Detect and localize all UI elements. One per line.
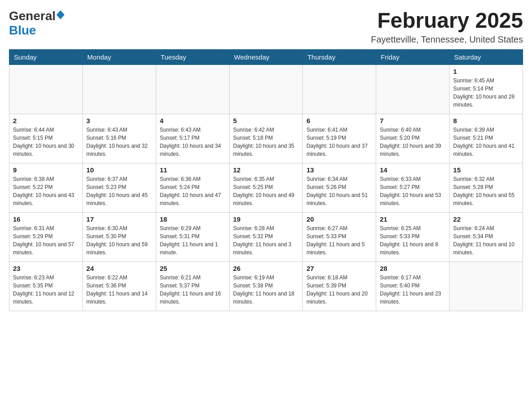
day-number-4: 4 xyxy=(160,117,226,124)
day-info-26: Sunrise: 6:19 AMSunset: 5:38 PMDaylight:… xyxy=(233,274,299,306)
calendar-cell-w0-d1 xyxy=(82,64,156,114)
calendar-cell-w4-d2: 25Sunrise: 6:21 AMSunset: 5:37 PMDayligh… xyxy=(156,261,229,311)
day-info-8: Sunrise: 6:39 AMSunset: 5:21 PMDaylight:… xyxy=(453,126,519,158)
calendar-cell-w2-d0: 9Sunrise: 6:38 AMSunset: 5:22 PMDaylight… xyxy=(9,163,83,212)
day-info-13: Sunrise: 6:34 AMSunset: 5:26 PMDaylight:… xyxy=(306,175,372,207)
calendar-cell-w1-d3: 5Sunrise: 6:42 AMSunset: 5:18 PMDaylight… xyxy=(229,114,303,163)
logo-blue-text: Blue xyxy=(9,23,36,37)
calendar-cell-w2-d1: 10Sunrise: 6:37 AMSunset: 5:23 PMDayligh… xyxy=(82,163,156,212)
day-number-11: 11 xyxy=(160,166,226,174)
calendar-cell-w2-d2: 11Sunrise: 6:36 AMSunset: 5:24 PMDayligh… xyxy=(156,163,229,212)
logo-general-text: General xyxy=(9,9,56,23)
day-number-6: 6 xyxy=(306,117,372,124)
day-info-25: Sunrise: 6:21 AMSunset: 5:37 PMDaylight:… xyxy=(160,274,226,306)
day-number-18: 18 xyxy=(160,215,226,223)
day-info-5: Sunrise: 6:42 AMSunset: 5:18 PMDaylight:… xyxy=(233,126,299,158)
day-info-2: Sunrise: 6:44 AMSunset: 5:15 PMDaylight:… xyxy=(13,126,79,158)
logo-flag-icon xyxy=(56,10,64,22)
day-info-4: Sunrise: 6:43 AMSunset: 5:17 PMDaylight:… xyxy=(160,126,226,158)
day-info-18: Sunrise: 6:29 AMSunset: 5:31 PMDaylight:… xyxy=(160,224,226,257)
day-number-15: 15 xyxy=(453,166,519,174)
day-number-17: 17 xyxy=(86,215,152,223)
day-info-6: Sunrise: 6:41 AMSunset: 5:19 PMDaylight:… xyxy=(306,126,372,158)
day-info-10: Sunrise: 6:37 AMSunset: 5:23 PMDaylight:… xyxy=(86,175,152,207)
week-row-1: 2Sunrise: 6:44 AMSunset: 5:15 PMDaylight… xyxy=(9,114,523,163)
day-info-17: Sunrise: 6:30 AMSunset: 5:30 PMDaylight:… xyxy=(86,224,152,257)
day-info-11: Sunrise: 6:36 AMSunset: 5:24 PMDaylight:… xyxy=(160,175,226,207)
day-number-13: 13 xyxy=(306,166,372,174)
day-info-23: Sunrise: 6:23 AMSunset: 5:35 PMDaylight:… xyxy=(13,274,79,306)
calendar-cell-w2-d5: 14Sunrise: 6:33 AMSunset: 5:27 PMDayligh… xyxy=(376,163,450,212)
day-info-22: Sunrise: 6:24 AMSunset: 5:34 PMDaylight:… xyxy=(453,224,519,257)
calendar-cell-w4-d3: 26Sunrise: 6:19 AMSunset: 5:38 PMDayligh… xyxy=(229,261,303,311)
day-number-12: 12 xyxy=(233,166,299,174)
calendar-cell-w3-d4: 20Sunrise: 6:27 AMSunset: 5:33 PMDayligh… xyxy=(303,212,376,261)
calendar-cell-w3-d3: 19Sunrise: 6:28 AMSunset: 5:32 PMDayligh… xyxy=(229,212,303,261)
calendar-cell-w0-d4 xyxy=(303,64,376,114)
calendar-cell-w0-d3 xyxy=(229,64,303,114)
calendar-cell-w4-d5: 28Sunrise: 6:17 AMSunset: 5:40 PMDayligh… xyxy=(376,261,450,311)
day-number-16: 16 xyxy=(13,215,79,223)
day-number-28: 28 xyxy=(380,265,446,272)
day-info-15: Sunrise: 6:32 AMSunset: 5:28 PMDaylight:… xyxy=(453,175,519,207)
day-info-12: Sunrise: 6:35 AMSunset: 5:25 PMDaylight:… xyxy=(233,175,299,207)
day-number-27: 27 xyxy=(306,265,372,272)
title-block: February 2025 Fayetteville, Tennessee, U… xyxy=(371,9,523,45)
day-number-8: 8 xyxy=(453,117,519,124)
calendar-cell-w1-d4: 6Sunrise: 6:41 AMSunset: 5:19 PMDaylight… xyxy=(303,114,376,163)
calendar-cell-w2-d3: 12Sunrise: 6:35 AMSunset: 5:25 PMDayligh… xyxy=(229,163,303,212)
day-info-14: Sunrise: 6:33 AMSunset: 5:27 PMDaylight:… xyxy=(380,175,446,207)
calendar-subtitle: Fayetteville, Tennessee, United States xyxy=(371,34,523,45)
calendar-cell-w0-d2 xyxy=(156,64,229,114)
day-number-5: 5 xyxy=(233,117,299,124)
calendar-cell-w1-d6: 8Sunrise: 6:39 AMSunset: 5:21 PMDaylight… xyxy=(450,114,523,163)
day-info-28: Sunrise: 6:17 AMSunset: 5:40 PMDaylight:… xyxy=(380,274,446,306)
day-info-19: Sunrise: 6:28 AMSunset: 5:32 PMDaylight:… xyxy=(233,224,299,257)
week-row-2: 9Sunrise: 6:38 AMSunset: 5:22 PMDaylight… xyxy=(9,163,523,212)
calendar-cell-w0-d6: 1Sunrise: 6:45 AMSunset: 5:14 PMDaylight… xyxy=(450,64,523,114)
calendar-title: February 2025 xyxy=(371,9,523,33)
day-number-26: 26 xyxy=(233,265,299,272)
day-info-7: Sunrise: 6:40 AMSunset: 5:20 PMDaylight:… xyxy=(380,126,446,158)
day-number-25: 25 xyxy=(160,265,226,272)
week-row-0: 1Sunrise: 6:45 AMSunset: 5:14 PMDaylight… xyxy=(9,64,523,114)
calendar-cell-w4-d1: 24Sunrise: 6:22 AMSunset: 5:36 PMDayligh… xyxy=(82,261,156,311)
svg-marker-0 xyxy=(56,10,64,19)
day-number-24: 24 xyxy=(86,265,152,272)
day-info-3: Sunrise: 6:43 AMSunset: 5:16 PMDaylight:… xyxy=(86,126,152,158)
calendar-cell-w2-d6: 15Sunrise: 6:32 AMSunset: 5:28 PMDayligh… xyxy=(450,163,523,212)
calendar-cell-w3-d2: 18Sunrise: 6:29 AMSunset: 5:31 PMDayligh… xyxy=(156,212,229,261)
logo: General Blue xyxy=(9,9,64,38)
header-monday: Monday xyxy=(82,49,156,64)
calendar-cell-w1-d5: 7Sunrise: 6:40 AMSunset: 5:20 PMDaylight… xyxy=(376,114,450,163)
calendar-cell-w2-d4: 13Sunrise: 6:34 AMSunset: 5:26 PMDayligh… xyxy=(303,163,376,212)
day-number-20: 20 xyxy=(306,215,372,223)
calendar-cell-w3-d5: 21Sunrise: 6:25 AMSunset: 5:33 PMDayligh… xyxy=(376,212,450,261)
day-info-24: Sunrise: 6:22 AMSunset: 5:36 PMDaylight:… xyxy=(86,274,152,306)
day-number-21: 21 xyxy=(380,215,446,223)
day-number-22: 22 xyxy=(453,215,519,223)
day-number-9: 9 xyxy=(13,166,79,174)
day-info-21: Sunrise: 6:25 AMSunset: 5:33 PMDaylight:… xyxy=(380,224,446,257)
calendar-cell-w1-d1: 3Sunrise: 6:43 AMSunset: 5:16 PMDaylight… xyxy=(82,114,156,163)
day-info-27: Sunrise: 6:18 AMSunset: 5:39 PMDaylight:… xyxy=(306,274,372,306)
calendar-cell-w3-d6: 22Sunrise: 6:24 AMSunset: 5:34 PMDayligh… xyxy=(450,212,523,261)
day-number-3: 3 xyxy=(86,117,152,124)
calendar-cell-w4-d6 xyxy=(450,261,523,311)
week-row-4: 23Sunrise: 6:23 AMSunset: 5:35 PMDayligh… xyxy=(9,261,523,311)
day-info-1: Sunrise: 6:45 AMSunset: 5:14 PMDaylight:… xyxy=(453,77,519,109)
day-number-14: 14 xyxy=(380,166,446,174)
calendar-cell-w3-d1: 17Sunrise: 6:30 AMSunset: 5:30 PMDayligh… xyxy=(82,212,156,261)
header-saturday: Saturday xyxy=(450,49,523,64)
day-number-1: 1 xyxy=(453,68,519,75)
day-info-9: Sunrise: 6:38 AMSunset: 5:22 PMDaylight:… xyxy=(13,175,79,207)
calendar-cell-w0-d5 xyxy=(376,64,450,114)
calendar-cell-w0-d0 xyxy=(9,64,83,114)
day-number-10: 10 xyxy=(86,166,152,174)
header-friday: Friday xyxy=(376,49,450,64)
calendar-cell-w1-d2: 4Sunrise: 6:43 AMSunset: 5:17 PMDaylight… xyxy=(156,114,229,163)
header-sunday: Sunday xyxy=(9,49,83,64)
weekday-header-row: Sunday Monday Tuesday Wednesday Thursday… xyxy=(9,49,523,64)
page-header: General Blue February 2025 Fayetteville,… xyxy=(9,9,523,45)
day-info-20: Sunrise: 6:27 AMSunset: 5:33 PMDaylight:… xyxy=(306,224,372,257)
